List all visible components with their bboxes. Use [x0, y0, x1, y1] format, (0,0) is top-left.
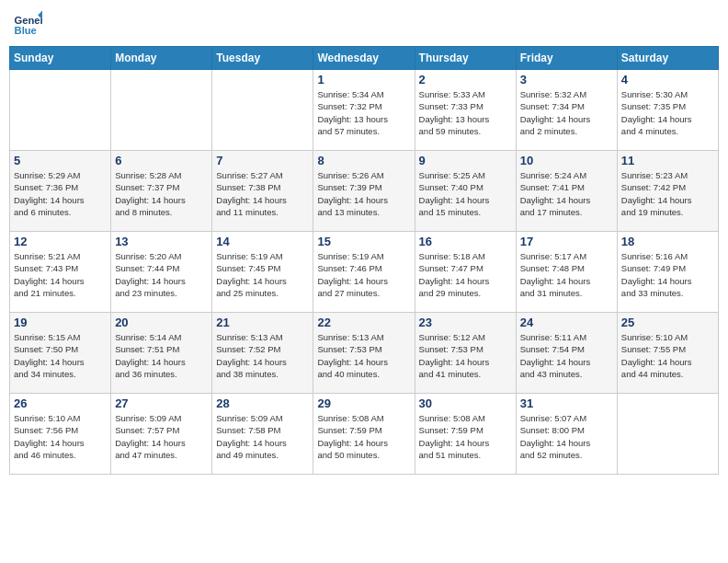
svg-text:Blue: Blue	[15, 25, 37, 36]
day-number: 23	[419, 316, 512, 329]
day-info: Sunrise: 5:25 AMSunset: 7:40 PMDaylight:…	[419, 169, 512, 218]
week-row-3: 12Sunrise: 5:21 AMSunset: 7:43 PMDayligh…	[10, 232, 719, 313]
day-info: Sunrise: 5:19 AMSunset: 7:46 PMDaylight:…	[317, 250, 410, 299]
day-cell: 22Sunrise: 5:13 AMSunset: 7:53 PMDayligh…	[313, 313, 415, 394]
day-cell: 28Sunrise: 5:09 AMSunset: 7:58 PMDayligh…	[212, 394, 313, 475]
logo: General Blue	[13, 9, 42, 39]
day-cell: 15Sunrise: 5:19 AMSunset: 7:46 PMDayligh…	[313, 232, 415, 313]
page-header: General Blue	[9, 9, 719, 39]
day-number: 14	[216, 235, 309, 248]
column-header-thursday: Thursday	[415, 47, 516, 70]
week-row-5: 26Sunrise: 5:10 AMSunset: 7:56 PMDayligh…	[10, 394, 719, 475]
day-info: Sunrise: 5:10 AMSunset: 7:56 PMDaylight:…	[14, 412, 107, 461]
day-number: 28	[216, 396, 309, 410]
day-cell: 5Sunrise: 5:29 AMSunset: 7:36 PMDaylight…	[10, 151, 111, 232]
week-row-2: 5Sunrise: 5:29 AMSunset: 7:36 PMDaylight…	[10, 151, 719, 232]
day-cell: 30Sunrise: 5:08 AMSunset: 7:59 PMDayligh…	[415, 394, 516, 475]
day-info: Sunrise: 5:28 AMSunset: 7:37 PMDaylight:…	[115, 169, 208, 218]
day-info: Sunrise: 5:08 AMSunset: 7:59 PMDaylight:…	[317, 412, 410, 461]
day-cell: 14Sunrise: 5:19 AMSunset: 7:45 PMDayligh…	[212, 232, 313, 313]
day-cell: 13Sunrise: 5:20 AMSunset: 7:44 PMDayligh…	[111, 232, 212, 313]
day-cell: 11Sunrise: 5:23 AMSunset: 7:42 PMDayligh…	[617, 151, 718, 232]
day-number: 10	[520, 154, 613, 167]
day-info: Sunrise: 5:32 AMSunset: 7:34 PMDaylight:…	[520, 88, 613, 137]
calendar-table: SundayMondayTuesdayWednesdayThursdayFrid…	[9, 46, 719, 475]
day-number: 24	[520, 316, 613, 329]
calendar-body: 1Sunrise: 5:34 AMSunset: 7:32 PMDaylight…	[10, 70, 719, 475]
day-number: 2	[419, 73, 512, 86]
day-info: Sunrise: 5:24 AMSunset: 7:41 PMDaylight:…	[520, 169, 613, 218]
day-number: 26	[14, 396, 107, 410]
day-cell	[617, 394, 718, 475]
day-info: Sunrise: 5:34 AMSunset: 7:32 PMDaylight:…	[317, 88, 410, 137]
day-info: Sunrise: 5:27 AMSunset: 7:38 PMDaylight:…	[216, 169, 309, 218]
day-cell: 7Sunrise: 5:27 AMSunset: 7:38 PMDaylight…	[212, 151, 313, 232]
day-cell: 18Sunrise: 5:16 AMSunset: 7:49 PMDayligh…	[617, 232, 718, 313]
day-cell: 23Sunrise: 5:12 AMSunset: 7:53 PMDayligh…	[415, 313, 516, 394]
day-number: 16	[419, 235, 512, 248]
day-cell	[212, 70, 313, 151]
day-cell: 24Sunrise: 5:11 AMSunset: 7:54 PMDayligh…	[516, 313, 617, 394]
day-info: Sunrise: 5:09 AMSunset: 7:58 PMDaylight:…	[216, 412, 309, 461]
day-number: 9	[419, 154, 512, 167]
day-cell: 4Sunrise: 5:30 AMSunset: 7:35 PMDaylight…	[617, 70, 718, 151]
day-number: 22	[317, 316, 410, 329]
day-number: 7	[216, 154, 309, 167]
day-info: Sunrise: 5:17 AMSunset: 7:48 PMDaylight:…	[520, 250, 613, 299]
day-number: 8	[317, 154, 410, 167]
day-number: 1	[317, 73, 410, 86]
day-info: Sunrise: 5:13 AMSunset: 7:53 PMDaylight:…	[317, 331, 410, 380]
day-cell	[111, 70, 212, 151]
day-info: Sunrise: 5:16 AMSunset: 7:49 PMDaylight:…	[621, 250, 714, 299]
day-number: 5	[14, 154, 107, 167]
day-cell: 26Sunrise: 5:10 AMSunset: 7:56 PMDayligh…	[10, 394, 111, 475]
day-info: Sunrise: 5:18 AMSunset: 7:47 PMDaylight:…	[419, 250, 512, 299]
day-number: 13	[115, 235, 208, 248]
day-number: 17	[520, 235, 613, 248]
day-number: 12	[14, 235, 107, 248]
day-number: 3	[520, 73, 613, 86]
day-info: Sunrise: 5:12 AMSunset: 7:53 PMDaylight:…	[419, 331, 512, 380]
day-info: Sunrise: 5:21 AMSunset: 7:43 PMDaylight:…	[14, 250, 107, 299]
day-number: 18	[621, 235, 714, 248]
day-cell: 31Sunrise: 5:07 AMSunset: 8:00 PMDayligh…	[516, 394, 617, 475]
day-info: Sunrise: 5:10 AMSunset: 7:55 PMDaylight:…	[621, 331, 714, 380]
day-number: 29	[317, 396, 410, 410]
day-cell: 21Sunrise: 5:13 AMSunset: 7:52 PMDayligh…	[212, 313, 313, 394]
day-number: 27	[115, 396, 208, 410]
day-cell: 6Sunrise: 5:28 AMSunset: 7:37 PMDaylight…	[111, 151, 212, 232]
day-info: Sunrise: 5:08 AMSunset: 7:59 PMDaylight:…	[419, 412, 512, 461]
day-cell: 8Sunrise: 5:26 AMSunset: 7:39 PMDaylight…	[313, 151, 415, 232]
day-cell: 25Sunrise: 5:10 AMSunset: 7:55 PMDayligh…	[617, 313, 718, 394]
day-number: 21	[216, 316, 309, 329]
svg-text:General: General	[15, 15, 42, 26]
day-info: Sunrise: 5:15 AMSunset: 7:50 PMDaylight:…	[14, 331, 107, 380]
day-number: 11	[621, 154, 714, 167]
day-cell: 20Sunrise: 5:14 AMSunset: 7:51 PMDayligh…	[111, 313, 212, 394]
day-cell: 16Sunrise: 5:18 AMSunset: 7:47 PMDayligh…	[415, 232, 516, 313]
day-info: Sunrise: 5:11 AMSunset: 7:54 PMDaylight:…	[520, 331, 613, 380]
day-cell: 27Sunrise: 5:09 AMSunset: 7:57 PMDayligh…	[111, 394, 212, 475]
column-header-monday: Monday	[111, 47, 212, 70]
day-cell: 9Sunrise: 5:25 AMSunset: 7:40 PMDaylight…	[415, 151, 516, 232]
day-number: 25	[621, 316, 714, 329]
day-number: 19	[14, 316, 107, 329]
day-info: Sunrise: 5:09 AMSunset: 7:57 PMDaylight:…	[115, 412, 208, 461]
day-number: 15	[317, 235, 410, 248]
day-cell	[10, 70, 111, 151]
column-header-wednesday: Wednesday	[313, 47, 415, 70]
calendar-header: SundayMondayTuesdayWednesdayThursdayFrid…	[10, 47, 719, 70]
day-cell: 29Sunrise: 5:08 AMSunset: 7:59 PMDayligh…	[313, 394, 415, 475]
day-info: Sunrise: 5:20 AMSunset: 7:44 PMDaylight:…	[115, 250, 208, 299]
column-header-friday: Friday	[516, 47, 617, 70]
column-header-tuesday: Tuesday	[212, 47, 313, 70]
day-cell: 19Sunrise: 5:15 AMSunset: 7:50 PMDayligh…	[10, 313, 111, 394]
day-info: Sunrise: 5:26 AMSunset: 7:39 PMDaylight:…	[317, 169, 410, 218]
day-cell: 3Sunrise: 5:32 AMSunset: 7:34 PMDaylight…	[516, 70, 617, 151]
column-header-saturday: Saturday	[617, 47, 718, 70]
day-info: Sunrise: 5:29 AMSunset: 7:36 PMDaylight:…	[14, 169, 107, 218]
day-info: Sunrise: 5:30 AMSunset: 7:35 PMDaylight:…	[621, 88, 714, 137]
week-row-1: 1Sunrise: 5:34 AMSunset: 7:32 PMDaylight…	[10, 70, 719, 151]
day-info: Sunrise: 5:13 AMSunset: 7:52 PMDaylight:…	[216, 331, 309, 380]
day-info: Sunrise: 5:19 AMSunset: 7:45 PMDaylight:…	[216, 250, 309, 299]
